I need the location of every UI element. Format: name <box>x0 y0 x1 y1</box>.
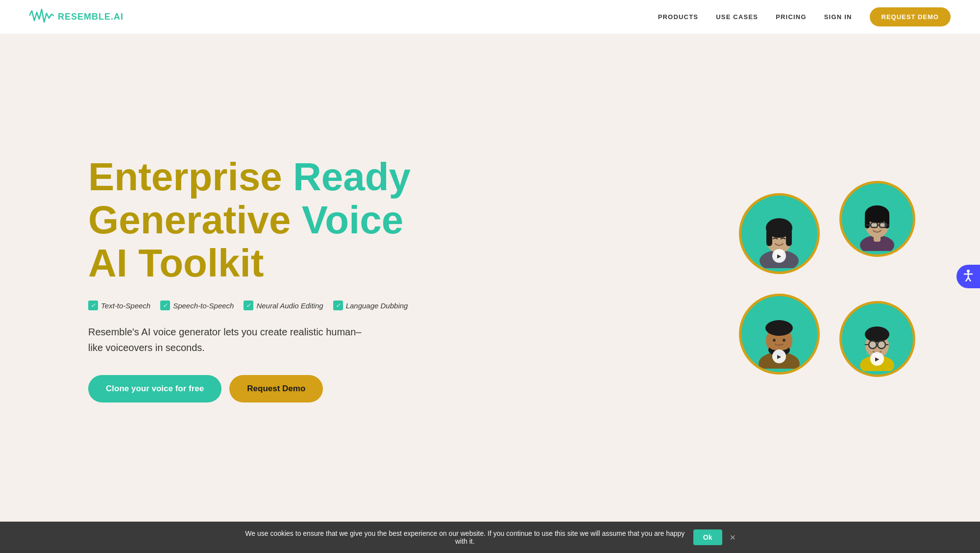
svg-line-42 <box>968 277 971 281</box>
clone-voice-button[interactable]: Clone your voice for free <box>88 375 221 402</box>
avatar-4[interactable]: ▶ <box>839 301 915 377</box>
cookie-text: We use cookies to ensure that we give yo… <box>245 529 686 545</box>
headline-ai-toolkit: AI Toolkit <box>88 241 264 285</box>
svg-line-41 <box>966 277 968 281</box>
nav-link-sign-in[interactable]: SIGN IN <box>824 13 852 21</box>
svg-point-27 <box>783 339 785 342</box>
nav-link-use-cases[interactable]: USE CASES <box>716 13 758 21</box>
headline-voice: Voice <box>302 198 404 242</box>
svg-point-33 <box>869 341 877 349</box>
check-icon-ld: ✓ <box>333 301 343 310</box>
svg-rect-15 <box>880 223 886 227</box>
check-icon-nae: ✓ <box>244 301 253 310</box>
avatar-3-face: ▶ <box>741 296 817 372</box>
nav-link-pricing[interactable]: PRICING <box>776 13 807 21</box>
nav-link-products[interactable]: PRODUCTS <box>658 13 699 21</box>
check-icon-tts: ✓ <box>88 301 98 310</box>
logo[interactable]: RESEMBLE.AI <box>29 8 123 26</box>
hero-content: Enterprise Ready Generative Voice AI Too… <box>88 155 431 402</box>
feature-nae-label: Neural Audio Editing <box>256 302 323 310</box>
navbar: RESEMBLE.AI PRODUCTS USE CASES PRICING S… <box>0 0 980 34</box>
feature-sts: ✓ Speech-to-Speech <box>160 301 234 310</box>
avatar-3[interactable]: ▶ <box>739 294 820 375</box>
headline-enterprise: Enterprise <box>88 155 293 199</box>
check-icon-sts: ✓ <box>160 301 170 310</box>
request-demo-button[interactable]: Request Demo <box>229 375 323 402</box>
logo-text: RESEMBLE.AI <box>58 12 123 22</box>
play-icon-3[interactable]: ▶ <box>772 350 786 363</box>
avatar-4-face: ▶ <box>842 303 913 375</box>
headline-ready: Ready <box>293 155 411 199</box>
headline-generative: Generative <box>88 198 302 242</box>
nav-links: PRODUCTS USE CASES PRICING SIGN IN REQUE… <box>658 7 951 26</box>
svg-point-26 <box>773 339 776 342</box>
avatar-2[interactable] <box>839 181 915 257</box>
hero-headline: Enterprise Ready Generative Voice AI Too… <box>88 155 431 285</box>
feature-nae: ✓ Neural Audio Editing <box>244 301 323 310</box>
feature-ld-label: Language Dubbing <box>346 302 408 310</box>
feature-tts: ✓ Text-to-Speech <box>88 301 150 310</box>
svg-rect-5 <box>766 229 772 246</box>
avatar-1[interactable]: ▶ <box>739 193 820 274</box>
feature-ld: ✓ Language Dubbing <box>333 301 408 310</box>
svg-rect-14 <box>871 223 878 227</box>
accessibility-icon <box>962 269 975 284</box>
feature-list: ✓ Text-to-Speech ✓ Speech-to-Speech ✓ Ne… <box>88 301 431 310</box>
cookie-ok-button[interactable]: Ok <box>693 529 722 545</box>
logo-wave-icon <box>29 8 54 26</box>
cookie-banner: We use cookies to ensure that we give yo… <box>0 522 980 553</box>
cookie-close-button[interactable]: × <box>730 532 736 543</box>
play-icon-1[interactable]: ▶ <box>772 249 786 263</box>
avatar-2-face <box>842 183 913 254</box>
accessibility-button[interactable] <box>956 265 980 288</box>
feature-tts-label: Text-to-Speech <box>101 302 150 310</box>
svg-point-32 <box>865 327 889 342</box>
nav-request-demo-button[interactable]: REQUEST DEMO <box>870 7 951 26</box>
svg-rect-6 <box>786 229 792 246</box>
hero-section: Enterprise Ready Generative Voice AI Too… <box>0 34 980 524</box>
svg-rect-12 <box>865 214 870 228</box>
avatar-grid: ▶ <box>735 174 921 384</box>
hero-cta-buttons: Clone your voice for free Request Demo <box>88 375 431 402</box>
hero-description: Resemble's AI voice generator lets you c… <box>88 324 372 355</box>
feature-sts-label: Speech-to-Speech <box>173 302 234 310</box>
avatar-1-face: ▶ <box>741 196 817 272</box>
svg-point-23 <box>765 320 793 336</box>
svg-point-34 <box>878 341 885 349</box>
play-icon-4[interactable]: ▶ <box>870 352 884 366</box>
